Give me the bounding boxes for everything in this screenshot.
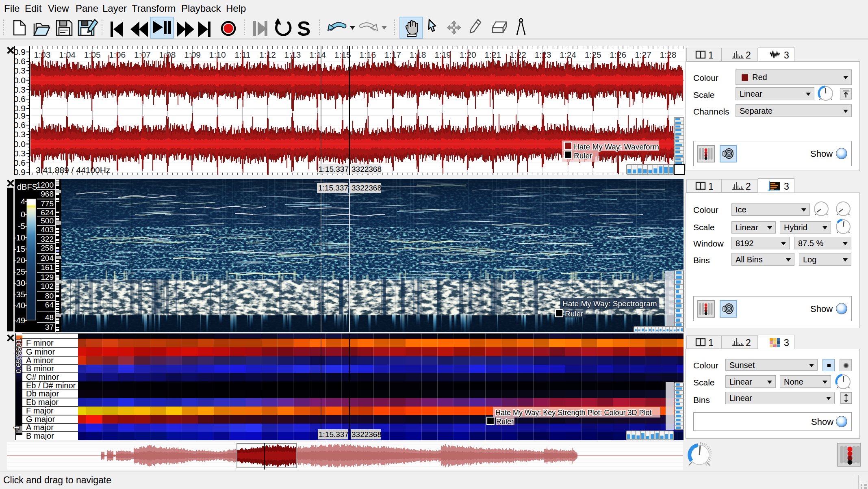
svg-text:1:13: 1:13 bbox=[284, 50, 301, 59]
svg-text:0.0: 0.0 bbox=[14, 76, 26, 85]
svg-text:Ruler: Ruler bbox=[574, 151, 592, 160]
svg-text:4: 4 bbox=[21, 197, 25, 206]
svg-text:1:24: 1:24 bbox=[560, 50, 576, 59]
svg-text:102: 102 bbox=[41, 282, 54, 290]
svg-text:3: 3 bbox=[784, 181, 789, 192]
svg-text:2: 2 bbox=[746, 338, 751, 348]
svg-text:-30: -30 bbox=[13, 279, 25, 288]
svg-text:64: 64 bbox=[45, 301, 54, 309]
svg-text:258: 258 bbox=[41, 244, 54, 252]
svg-text:161: 161 bbox=[41, 263, 54, 272]
svg-text:0.3: 0.3 bbox=[14, 130, 26, 139]
svg-text:2: 2 bbox=[746, 181, 751, 192]
svg-text:Eb / D# minor: Eb / D# minor bbox=[26, 381, 76, 390]
svg-text:-20: -20 bbox=[13, 256, 25, 265]
svg-text:1: 1 bbox=[708, 338, 714, 348]
svg-text:F minor: F minor bbox=[26, 338, 54, 347]
svg-text:0.6: 0.6 bbox=[14, 158, 26, 167]
svg-text:1:16: 1:16 bbox=[359, 50, 376, 59]
svg-text:G major: G major bbox=[26, 415, 55, 424]
svg-text:129: 129 bbox=[41, 273, 54, 281]
svg-text:0.9: 0.9 bbox=[14, 47, 26, 56]
svg-text:204: 204 bbox=[41, 254, 54, 262]
svg-text:403: 403 bbox=[41, 225, 54, 234]
svg-text:-10: -10 bbox=[13, 233, 25, 242]
svg-text:3322368: 3322368 bbox=[352, 165, 382, 173]
svg-text:2: 2 bbox=[746, 50, 751, 61]
svg-text:3: 3 bbox=[784, 50, 789, 61]
svg-text:0.3: 0.3 bbox=[14, 149, 26, 158]
svg-text:1:15: 1:15 bbox=[334, 50, 351, 59]
svg-text:-25: -25 bbox=[13, 267, 25, 276]
svg-text:A minor: A minor bbox=[26, 356, 54, 365]
svg-text:0.3: 0.3 bbox=[14, 85, 26, 94]
svg-text:0.6: 0.6 bbox=[14, 56, 26, 66]
svg-text:Ruler: Ruler bbox=[496, 418, 514, 426]
svg-text:80: 80 bbox=[45, 292, 54, 300]
svg-text:1:10: 1:10 bbox=[209, 50, 226, 59]
svg-text:0.9: 0.9 bbox=[14, 167, 26, 175]
svg-text:0.3: 0.3 bbox=[14, 66, 26, 75]
svg-text:F major: F major bbox=[26, 406, 54, 415]
svg-text:G minor: G minor bbox=[26, 347, 55, 356]
svg-text:0.6: 0.6 bbox=[14, 94, 26, 104]
svg-text:1:15.337: 1:15.337 bbox=[319, 430, 349, 439]
svg-text:dBFS: dBFS bbox=[17, 182, 37, 191]
svg-text:-40: -40 bbox=[13, 301, 25, 310]
svg-text:0.0: 0.0 bbox=[14, 139, 26, 149]
svg-text:Hate My Way: Spectrogram: Hate My Way: Spectrogram bbox=[562, 299, 657, 308]
svg-text:1:15.337: 1:15.337 bbox=[318, 184, 348, 192]
svg-text:S: S bbox=[297, 17, 310, 39]
svg-text:-49: -49 bbox=[13, 316, 25, 325]
svg-text:A major: A major bbox=[26, 423, 54, 432]
svg-text:3: 3 bbox=[784, 338, 789, 348]
svg-text:Ruler: Ruler bbox=[565, 309, 584, 318]
svg-text:0.9: 0.9 bbox=[14, 111, 26, 120]
svg-text:-15: -15 bbox=[13, 244, 25, 253]
svg-text:0.6576601: 0.6576601 bbox=[15, 339, 23, 373]
svg-text:B major: B major bbox=[26, 431, 54, 440]
svg-text:Eb major: Eb major bbox=[26, 398, 59, 407]
svg-text:Hate My Way: Waveform: Hate My Way: Waveform bbox=[574, 143, 659, 151]
svg-text:624: 624 bbox=[41, 208, 54, 217]
svg-text:B minor: B minor bbox=[26, 364, 54, 373]
svg-text:3:41.889 / 44100Hz: 3:41.889 / 44100Hz bbox=[36, 165, 110, 175]
svg-text:-1: -1 bbox=[13, 426, 21, 432]
svg-text:0: 0 bbox=[21, 210, 25, 219]
svg-text:1200: 1200 bbox=[37, 181, 54, 189]
svg-text:-35: -35 bbox=[13, 290, 25, 299]
svg-text:1: 1 bbox=[708, 50, 714, 61]
svg-text:-5: -5 bbox=[18, 222, 25, 231]
svg-text:0.6: 0.6 bbox=[14, 120, 26, 130]
svg-text:C# minor: C# minor bbox=[26, 372, 59, 381]
svg-text:3322368: 3322368 bbox=[352, 184, 382, 192]
svg-text:37: 37 bbox=[45, 323, 54, 331]
svg-text:500: 500 bbox=[41, 216, 54, 225]
svg-text:Db major: Db major bbox=[26, 389, 59, 398]
svg-text:1: 1 bbox=[708, 181, 714, 192]
svg-text:48: 48 bbox=[45, 313, 54, 322]
svg-text:Hate My Way: Key Strength Plot: Hate My Way: Key Strength Plot: Colour 3… bbox=[495, 409, 652, 417]
svg-text:1:15.337: 1:15.337 bbox=[319, 165, 349, 173]
svg-text:3322368: 3322368 bbox=[352, 430, 382, 439]
svg-text:775: 775 bbox=[41, 199, 54, 208]
svg-text:1:04: 1:04 bbox=[59, 50, 76, 59]
svg-text:322: 322 bbox=[41, 235, 54, 243]
svg-text:968: 968 bbox=[41, 190, 54, 198]
